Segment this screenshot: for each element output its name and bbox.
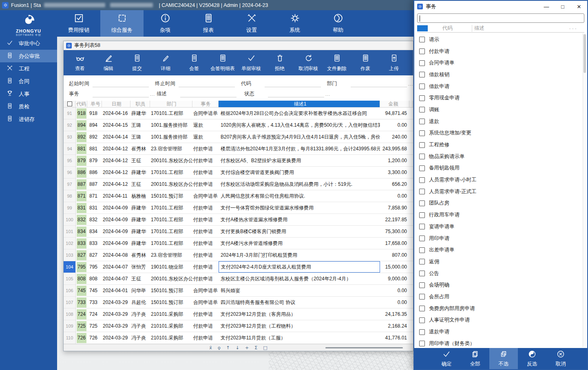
checkbox-list-item[interactable]: 请示 — [414, 34, 587, 46]
grid-header-6[interactable]: 描述1 — [219, 101, 380, 107]
checkbox-list-item[interactable]: 免费房内部用房申请 — [414, 303, 587, 315]
item-checkbox[interactable] — [419, 48, 425, 54]
table-row[interactable]: 988718712024-04-11杨雅楠150101.预订部合同申请单人民网信… — [64, 190, 413, 202]
table-row[interactable]: 1077337332024-03-29吕超伦150101.预订部合同申请单四川浩… — [64, 297, 413, 308]
item-checkbox[interactable] — [419, 189, 425, 194]
table-row[interactable]: 1097257252024-03-29冯子炎210101.采购部付款申请支付20… — [64, 320, 413, 332]
toolbar-button-7[interactable]: 拒绝 — [265, 50, 294, 75]
navigator-icon-5[interactable]: Σ — [254, 345, 257, 350]
vertical-scrollbar[interactable] — [583, 33, 586, 347]
menubar-item-3[interactable]: 报表 — [187, 10, 230, 37]
table-row[interactable]: 1107267262024-03-29冯子炎210101.采购部付款申请支付20… — [64, 332, 413, 344]
sidebar-item-3[interactable]: 合同 — [0, 75, 57, 88]
toolbar-button-9[interactable]: 文件删除 — [323, 50, 351, 75]
table-row[interactable]: 998318312024-04-09薛建华170101.工程部付款申请支付一号体… — [64, 202, 413, 214]
menubar-item-5[interactable]: 系统 — [273, 10, 316, 37]
navigator-icon-4[interactable]: + — [245, 345, 249, 350]
table-row[interactable]: 1038278272024-04-08崔秀林23.宿舍管理部付款申请2024年1… — [64, 249, 413, 261]
checkbox-list-item[interactable]: 借款核销 — [414, 69, 587, 81]
checkbox-list-item[interactable]: 退款申请 — [414, 326, 587, 338]
toolbar-button-5[interactable]: 会签明细表 — [208, 50, 237, 75]
toolbar-button-8[interactable]: 取消审核 — [294, 50, 323, 75]
filter-input[interactable] — [180, 90, 237, 97]
checkbox-list-item[interactable]: 行政用车申请 — [414, 209, 587, 221]
select-column-header[interactable] — [417, 25, 428, 31]
navigator-icon-1[interactable]: ϙ — [218, 345, 221, 350]
sidebar-item-6[interactable]: 进销存 — [0, 113, 57, 126]
desc-column-header[interactable]: 描述 — [472, 25, 484, 32]
item-checkbox[interactable] — [419, 247, 425, 253]
checkbox-list-item[interactable]: 人员需求申请-小时工 — [414, 174, 587, 186]
sidebar-item-1[interactable]: 办公审批 — [0, 50, 57, 62]
menubar-item-1[interactable]: 综合服务 — [100, 10, 144, 37]
grid-header-2[interactable]: 日期 — [102, 101, 130, 107]
checkbox-list-item[interactable]: 合同申请单 — [414, 57, 587, 69]
filter-input[interactable] — [268, 90, 324, 97]
item-checkbox[interactable] — [419, 37, 425, 42]
checkbox-list-item[interactable]: 系统信息增加/变更 — [414, 128, 587, 139]
table-row[interactable]: 1058088082024-04-07王征200101.东校区办公室付款申请东校… — [64, 273, 413, 285]
navigator-icon-0[interactable]: x̄ — [209, 345, 212, 350]
minimize-icon[interactable]: — — [538, 1, 555, 12]
item-checkbox[interactable] — [419, 142, 425, 148]
grid-header-0[interactable]: 代码 — [76, 101, 87, 107]
toolbar-button-2[interactable]: 提交 — [123, 50, 151, 75]
item-checkbox[interactable] — [419, 165, 425, 171]
checkbox-list-item[interactable]: 工程抢修 — [414, 139, 587, 151]
menubar-item-4[interactable]: 设置 — [230, 10, 273, 37]
toolbar-button-1[interactable]: 编辑 — [94, 50, 123, 75]
toolbar-button-4[interactable]: 会签 — [180, 50, 208, 75]
footer-button-0[interactable]: 确定 — [432, 348, 461, 369]
toolbar-button-11[interactable]: 上传 — [380, 50, 408, 75]
menubar-item-0[interactable]: 费用报销 — [57, 10, 100, 37]
checkbox-list-item[interactable]: 公告 — [414, 268, 587, 280]
table-row[interactable]: 1018348342024-04-09薛建华170101.工程部付款申请支付更换… — [64, 226, 413, 238]
close-icon[interactable]: ✕ — [571, 1, 587, 12]
filter-input[interactable] — [179, 80, 235, 87]
checkbox-list-item[interactable]: 出差申请单 — [414, 244, 587, 256]
sidebar-item-4[interactable]: 人事 — [0, 88, 57, 100]
sidebar-item-5[interactable]: 质检 — [0, 100, 57, 113]
footer-button-3[interactable]: 反选 — [518, 348, 546, 369]
select-all-checkbox[interactable] — [67, 101, 72, 106]
ellipsis-button[interactable]: ... — [325, 92, 330, 97]
item-checkbox[interactable] — [419, 119, 425, 124]
grid-header-4[interactable]: 部门 — [150, 101, 192, 107]
maximize-icon[interactable]: □ — [555, 1, 571, 12]
table-row[interactable]: 1067457452024-04-01问华举150101.预订部合同申请单韩兴婚… — [64, 285, 413, 297]
filter-input[interactable] — [265, 80, 321, 87]
table-row[interactable]: 928948942024-04-15王璐1001.服务接待部退款1020房间客人… — [64, 119, 413, 131]
table-row[interactable]: 958798792024-04-12王征200101.东校区办公室付款申请付东校… — [64, 155, 413, 167]
table-row[interactable]: 978878872024-04-12王征200101.东校区办公室付款申请付东校… — [64, 178, 413, 190]
table-row[interactable]: 1047957952024-04-07张怡芳190101.物业部付款申请支付20… — [64, 261, 413, 273]
scrollbar-thumb[interactable] — [584, 34, 586, 73]
checkbox-list-item[interactable]: 返佣 — [414, 256, 587, 268]
grid-header-5[interactable]: 事务 — [192, 101, 219, 107]
table-row[interactable]: 948818812024-04-12崔秀林23.宿舍管理部付款申请楼层清洁外包2… — [64, 143, 413, 155]
menubar-item-6[interactable]: 帮助 — [316, 10, 360, 37]
table-row[interactable]: 1008328322024-04-09薛建华170101.工程部付款申请支付A楼… — [64, 214, 413, 226]
checkbox-list-item[interactable]: 用印申请（财务类） — [414, 338, 587, 348]
toolbar-button-0[interactable]: 查看 — [66, 50, 94, 75]
item-checkbox[interactable] — [419, 259, 425, 264]
filter-input[interactable] — [93, 80, 149, 87]
checkbox-list-item[interactable]: 会所占用 — [414, 291, 587, 303]
toolbar-button-3[interactable]: 详细 — [151, 50, 180, 75]
ellipsis-button[interactable]: ... — [408, 81, 413, 86]
navigator-icon-6[interactable]: □ — [263, 345, 267, 350]
toolbar-button-10[interactable]: 作废 — [351, 50, 380, 75]
checkbox-list-item[interactable]: 付款申请 — [414, 46, 587, 57]
item-checkbox[interactable] — [419, 224, 425, 229]
code-column-header[interactable]: 代码 — [442, 25, 453, 32]
table-row[interactable]: 1087247242024-03-29冯子炎210101.采购部付款申请支付20… — [64, 308, 413, 320]
checkbox-list-item[interactable]: 物品采购请示单 — [414, 151, 587, 163]
item-checkbox[interactable] — [419, 200, 425, 206]
item-checkbox[interactable] — [419, 294, 425, 300]
item-checkbox[interactable] — [419, 95, 425, 101]
item-checkbox[interactable] — [419, 236, 425, 241]
item-checkbox[interactable] — [419, 282, 425, 288]
checkbox-list-item[interactable]: 退款 — [414, 116, 587, 128]
horizontal-scrollbar[interactable] — [325, 347, 403, 348]
more-columns-button[interactable]: ··· — [569, 26, 578, 31]
footer-button-4[interactable]: 取消 — [546, 348, 575, 369]
